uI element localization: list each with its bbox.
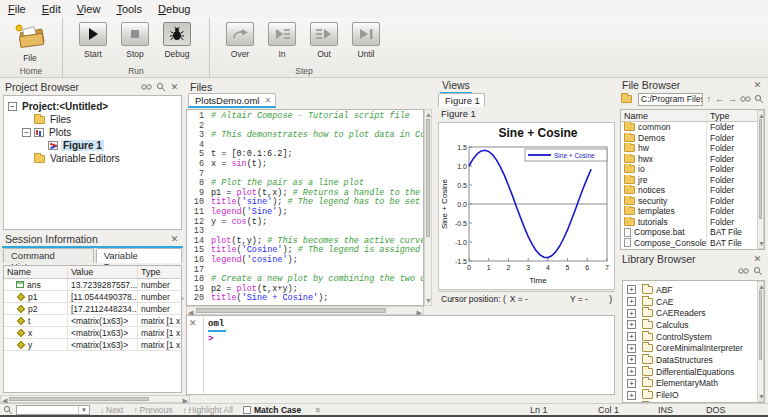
file-row-io[interactable]: ioFolder: [621, 164, 764, 175]
file-row-common[interactable]: commonFolder: [621, 122, 764, 133]
file-row-templates[interactable]: templatesFolder: [621, 206, 764, 217]
expander-icon[interactable]: +: [627, 367, 636, 376]
out-button[interactable]: Out: [304, 22, 344, 59]
library-item-coreminimalinterpreter[interactable]: +CoreMinimalInterpreter: [623, 342, 764, 354]
variable-row[interactable]: y<matrix(1x63)>matrix [1 x 63]: [4, 339, 181, 351]
column-header-value[interactable]: Value: [68, 266, 138, 278]
file-row-jre[interactable]: jreFolder: [621, 175, 764, 186]
expander-icon[interactable]: +: [627, 320, 636, 329]
search-input[interactable]: ▼: [16, 405, 90, 415]
code-vertical-scrollbar[interactable]: ▲ ▼: [424, 109, 432, 306]
find-previous-button[interactable]: ↑Previous: [133, 405, 172, 415]
library-item-caereaders[interactable]: +CAEReaders: [623, 307, 764, 319]
column-header-name[interactable]: Name: [621, 110, 707, 121]
tree-item-plots[interactable]: −Plots: [4, 126, 181, 139]
menu-tools[interactable]: Tools: [108, 1, 150, 17]
start-button[interactable]: Start: [73, 22, 113, 59]
close-icon[interactable]: ✕: [752, 79, 763, 90]
stop-button[interactable]: Stop: [115, 22, 155, 59]
variable-row[interactable]: x<matrix(1x63)>matrix [1 x 63]: [4, 327, 181, 339]
menu-edit[interactable]: Edit: [34, 1, 69, 17]
find-in-files-icon[interactable]: [141, 82, 152, 93]
library-item-fileio[interactable]: +FileIO: [623, 389, 764, 401]
expand-search-options-icon[interactable]: »: [313, 407, 323, 412]
find-in-files-icon[interactable]: [740, 94, 751, 105]
oml-command-window[interactable]: ✕ oml >: [186, 315, 615, 395]
tree-item-files[interactable]: Files: [4, 113, 181, 126]
column-header-type[interactable]: Type: [138, 266, 181, 278]
expander-icon[interactable]: +: [627, 355, 636, 364]
panel-collapse-arrow[interactable]: ›: [181, 294, 184, 303]
file-row-hw[interactable]: hwFolder: [621, 143, 764, 154]
close-icon[interactable]: ✕: [752, 253, 763, 264]
sine-cosine-plot[interactable]: Sine + Cosine01234567-1.5-1.0-0.50.00.51…: [439, 123, 614, 289]
file-button[interactable]: File: [10, 22, 50, 63]
search-icon[interactable]: [155, 82, 166, 93]
variable-row[interactable]: p1[11.0544490378...number: [4, 291, 181, 303]
library-item-differentialequations[interactable]: +DifferentialEquations: [623, 366, 764, 378]
expander-icon[interactable]: +: [627, 344, 636, 353]
search-icon[interactable]: [752, 266, 763, 277]
file-row-notices[interactable]: noticesFolder: [621, 185, 764, 196]
code-editor[interactable]: 1# Altair Compose - Tutorial script file…: [186, 109, 424, 306]
expander-icon[interactable]: +: [627, 297, 636, 306]
library-item-elementarymath[interactable]: +ElementaryMath: [623, 378, 764, 390]
figure-plot-area[interactable]: Sine + Cosine01234567-1.5-1.0-0.50.00.51…: [438, 122, 615, 290]
close-icon[interactable]: ✕: [169, 234, 180, 245]
checkbox-icon[interactable]: [243, 406, 251, 414]
expander-icon[interactable]: −: [8, 102, 17, 111]
menu-debug[interactable]: Debug: [150, 1, 198, 17]
expander-icon[interactable]: +: [627, 332, 636, 341]
over-button[interactable]: Over: [220, 22, 260, 59]
variable-row[interactable]: t<matrix(1x63)>matrix [1 x 63]: [4, 315, 181, 327]
debug-button[interactable]: Debug: [157, 22, 197, 59]
file-row-tutorials[interactable]: tutorialsFolder: [621, 217, 764, 228]
tab-figure-1[interactable]: Figure 1: [438, 93, 485, 107]
up-directory-icon[interactable]: ↑: [707, 94, 712, 104]
tab-plotsdemo-oml[interactable]: PlotsDemo.oml ✕: [188, 93, 276, 108]
match-case-checkbox[interactable]: Match Case: [243, 405, 301, 415]
in-button[interactable]: In: [262, 22, 302, 59]
library-list-scrollbar[interactable]: ▲ ▼: [757, 281, 764, 402]
find-in-files-icon[interactable]: [738, 266, 749, 277]
variable-row[interactable]: ans13.7239287557...number: [4, 279, 181, 291]
file-row-compose-bat[interactable]: Compose.batBAT File: [621, 227, 764, 238]
expander-icon[interactable]: +: [627, 285, 636, 294]
close-icon[interactable]: ✕: [169, 82, 180, 93]
menu-file[interactable]: File: [0, 1, 34, 17]
library-item-cae[interactable]: +CAE: [623, 296, 764, 308]
file-row-security[interactable]: securityFolder: [621, 196, 764, 207]
expander-icon[interactable]: +: [627, 379, 636, 388]
menu-view[interactable]: View: [69, 1, 109, 17]
library-item-datastructures[interactable]: +DataStructures: [623, 354, 764, 366]
oml-tab-label[interactable]: oml: [208, 319, 226, 332]
find-next-button[interactable]: ↓Next: [100, 405, 123, 415]
left-panel-horizontal-scrollbar[interactable]: ◀ ▶: [0, 395, 190, 403]
tree-item-project-untitled-[interactable]: −Project:<Untitled>: [4, 100, 181, 113]
file-row-demos[interactable]: DemosFolder: [621, 133, 764, 144]
highlight-all-button[interactable]: ↕Highlight All: [183, 405, 233, 415]
file-row-compose-console-[interactable]: Compose_Console...BAT File: [621, 238, 764, 249]
file-row-hwx[interactable]: hwxFolder: [621, 154, 764, 165]
library-item-abf[interactable]: +ABF: [623, 284, 764, 296]
close-icon[interactable]: ✕: [189, 318, 200, 329]
path-input[interactable]: C:/Program Files/Alta ▼: [638, 93, 703, 106]
expander-icon[interactable]: +: [627, 391, 636, 400]
until-button[interactable]: Until: [346, 22, 386, 59]
file-list-scrollbar[interactable]: ▲ ▼: [757, 110, 764, 249]
back-icon[interactable]: ←: [715, 94, 724, 104]
tab-command-history[interactable]: Command History: [3, 248, 94, 263]
close-tab-icon[interactable]: ✕: [264, 96, 271, 105]
variable-row[interactable]: p2[17.2112448234...number: [4, 303, 181, 315]
tree-item-figure-1[interactable]: Figure 1: [4, 139, 181, 152]
column-header-name[interactable]: Name: [4, 266, 68, 278]
tab-variable-browser[interactable]: Variable Browser: [96, 248, 182, 263]
forward-icon[interactable]: →: [728, 94, 737, 104]
search-icon[interactable]: [754, 94, 764, 105]
column-header-type[interactable]: Type: [707, 111, 764, 121]
search-history-dropdown-icon[interactable]: ▼: [78, 406, 89, 414]
tree-item-variable-editors[interactable]: Variable Editors: [4, 152, 181, 165]
library-item-calculus[interactable]: +Calculus: [623, 319, 764, 331]
expander-icon[interactable]: −: [22, 128, 31, 137]
code-horizontal-scrollbar[interactable]: ◀ ▶: [186, 306, 424, 315]
